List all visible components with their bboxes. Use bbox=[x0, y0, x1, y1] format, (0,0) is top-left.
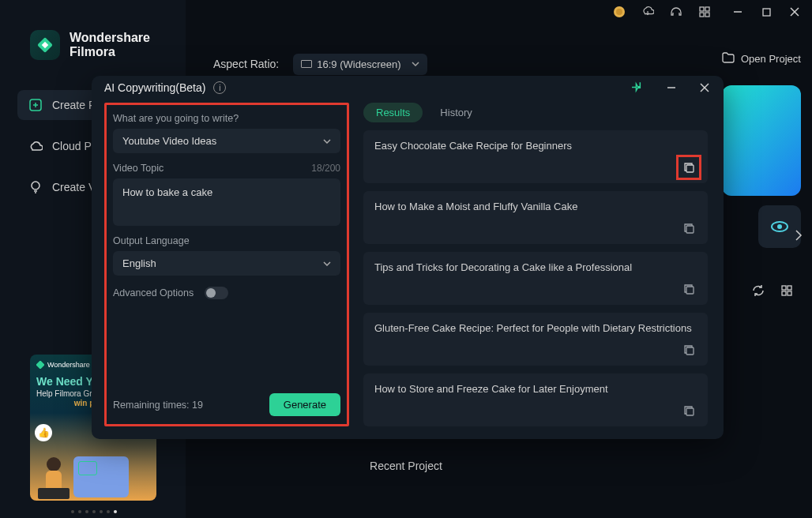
copy-button[interactable] bbox=[681, 220, 697, 236]
remaining-count: Remaining times: 19 bbox=[113, 400, 203, 411]
refresh-icon[interactable] bbox=[752, 284, 766, 298]
language-select[interactable]: English bbox=[113, 251, 340, 276]
topic-char-count: 18/200 bbox=[311, 163, 340, 174]
topic-label: Video Topic bbox=[113, 163, 164, 174]
grid-icon[interactable] bbox=[780, 284, 795, 298]
main-topbar: Aspect Ratio: 16:9 (Widescreen) Open Pro… bbox=[213, 52, 801, 76]
copy-button[interactable] bbox=[681, 281, 697, 297]
cloud-download-icon[interactable] bbox=[641, 6, 654, 18]
result-item: Gluten-Free Cake Recipe: Perfect for Peo… bbox=[363, 313, 708, 366]
tab-history[interactable]: History bbox=[427, 103, 484, 122]
svg-rect-21 bbox=[38, 488, 70, 499]
topic-value: How to bake a cake bbox=[122, 186, 212, 198]
open-project-label: Open Project bbox=[741, 53, 801, 65]
svg-rect-2 bbox=[700, 7, 704, 11]
svg-rect-7 bbox=[763, 9, 770, 16]
svg-rect-31 bbox=[686, 165, 694, 172]
svg-rect-35 bbox=[686, 408, 694, 415]
right-tools bbox=[752, 284, 795, 298]
cloud-icon bbox=[28, 139, 43, 153]
advanced-options-label: Advanced Options bbox=[113, 287, 194, 298]
svg-rect-5 bbox=[705, 13, 709, 17]
aspect-ratio-label: Aspect Ratio: bbox=[213, 58, 279, 70]
maximize-button[interactable] bbox=[760, 6, 773, 18]
language-label: Output Language bbox=[113, 235, 340, 246]
lightbulb-icon bbox=[28, 180, 43, 194]
result-text: Gluten-Free Cake Recipe: Perfect for Peo… bbox=[374, 322, 697, 334]
result-item: Tips and Tricks for Decorating a Cake li… bbox=[363, 252, 708, 305]
promo-pagination[interactable] bbox=[71, 510, 117, 513]
aspect-ratio-value: 16:9 (Widescreen) bbox=[317, 58, 400, 70]
brand-line1: Wondershare bbox=[70, 31, 150, 45]
write-type-value: Youtube Video Ideas bbox=[122, 135, 216, 147]
write-type-label: What are you going to write? bbox=[113, 113, 340, 124]
svg-point-15 bbox=[32, 182, 39, 190]
svg-rect-33 bbox=[686, 287, 694, 294]
chevron-down-icon bbox=[323, 139, 331, 144]
svg-point-19 bbox=[47, 457, 61, 471]
sidebar-item-label: Create Video bbox=[52, 181, 92, 193]
generation-form: What are you going to write? Youtube Vid… bbox=[104, 103, 349, 426]
advanced-options-toggle[interactable] bbox=[205, 287, 228, 299]
open-project-button[interactable]: Open Project bbox=[722, 52, 801, 66]
info-icon[interactable]: i bbox=[213, 81, 226, 94]
app-logo: Wondershare Filmora bbox=[0, 24, 186, 76]
svg-rect-24 bbox=[782, 286, 786, 290]
aspect-ratio-select[interactable]: 16:9 (Widescreen) bbox=[293, 54, 427, 75]
svg-rect-32 bbox=[686, 226, 694, 233]
modal-minimize-button[interactable] bbox=[665, 81, 678, 94]
plus-square-icon bbox=[28, 98, 43, 112]
thumbs-up-icon: 👍 bbox=[35, 424, 52, 441]
tab-results[interactable]: Results bbox=[363, 103, 423, 122]
ai-copywriting-modal: AI Copywriting(Beta) i What are you goin… bbox=[92, 76, 724, 439]
modal-header: AI Copywriting(Beta) i bbox=[92, 76, 724, 99]
write-type-select[interactable]: Youtube Video Ideas bbox=[113, 129, 340, 153]
coin-icon[interactable] bbox=[613, 6, 626, 18]
brand-name: Wondershare Filmora bbox=[70, 31, 150, 60]
chevron-down-icon bbox=[323, 261, 331, 266]
promo-illustration bbox=[35, 453, 73, 501]
chevron-down-icon bbox=[412, 62, 419, 66]
folder-icon bbox=[722, 52, 735, 66]
language-value: English bbox=[122, 257, 156, 269]
carousel-next-arrow[interactable] bbox=[795, 229, 803, 244]
copy-button[interactable] bbox=[681, 403, 697, 419]
svg-rect-26 bbox=[782, 291, 786, 295]
headset-icon[interactable] bbox=[670, 6, 682, 18]
result-item: How to Store and Freeze Cake for Later E… bbox=[363, 373, 708, 426]
result-item: Easy Chocolate Cake Recipe for Beginners bbox=[363, 130, 708, 183]
topic-input[interactable]: How to bake a cake bbox=[113, 178, 340, 226]
recent-project-label: Recent Project bbox=[370, 460, 442, 472]
svg-rect-18 bbox=[36, 361, 44, 369]
close-button[interactable] bbox=[788, 6, 801, 18]
minimize-button[interactable] bbox=[731, 6, 744, 18]
promo-image bbox=[73, 456, 129, 497]
result-item: How to Make a Moist and Fluffy Vanilla C… bbox=[363, 191, 708, 244]
modal-title: AI Copywriting(Beta) bbox=[104, 81, 205, 94]
svg-point-23 bbox=[777, 224, 782, 229]
generate-button[interactable]: Generate bbox=[269, 393, 340, 416]
result-text: Tips and Tricks for Decorating a Cake li… bbox=[374, 261, 697, 273]
project-thumbnail[interactable] bbox=[722, 85, 801, 196]
window-controls bbox=[731, 6, 801, 18]
pin-icon[interactable] bbox=[632, 81, 645, 94]
copy-button[interactable] bbox=[681, 342, 697, 358]
results-list[interactable]: Easy Chocolate Cake Recipe for Beginners… bbox=[363, 130, 711, 426]
sidebar-item-label: Create Project bbox=[52, 99, 92, 111]
copy-button[interactable] bbox=[681, 160, 697, 175]
svg-rect-3 bbox=[705, 7, 709, 11]
apps-icon[interactable] bbox=[698, 6, 711, 18]
result-text: How to Make a Moist and Fluffy Vanilla C… bbox=[374, 201, 697, 212]
svg-rect-27 bbox=[788, 291, 791, 295]
modal-close-button[interactable] bbox=[698, 81, 711, 94]
result-text: How to Store and Freeze Cake for Later E… bbox=[374, 383, 697, 395]
sidebar-item-label: Cloud Project bbox=[52, 140, 92, 152]
result-text: Easy Chocolate Cake Recipe for Beginners bbox=[374, 140, 697, 152]
svg-rect-4 bbox=[700, 13, 704, 17]
result-tabs: Results History bbox=[363, 103, 711, 122]
results-pane: Results History Easy Chocolate Cake Reci… bbox=[363, 103, 711, 426]
svg-rect-25 bbox=[788, 286, 791, 290]
brand-line2: Filmora bbox=[70, 45, 150, 59]
logo-mark-icon bbox=[30, 30, 60, 60]
svg-rect-34 bbox=[686, 347, 694, 355]
